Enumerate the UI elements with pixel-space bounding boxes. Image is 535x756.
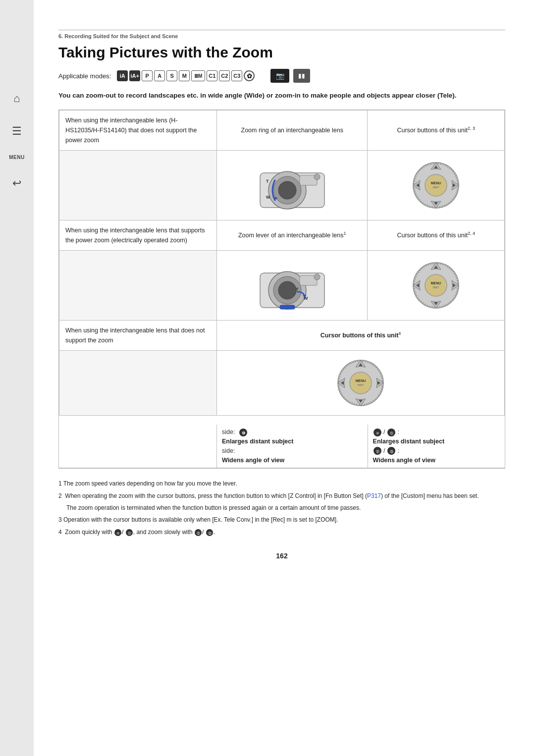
- svg-text:⑪: ⑪: [127, 532, 131, 535]
- section-label: 6. Recording Suited for the Subject and …: [58, 30, 505, 39]
- svg-text:⑪: ⑪: [389, 432, 393, 435]
- svg-rect-22: [280, 305, 295, 309]
- mode-scn: ✿: [244, 70, 255, 81]
- mode-s: S: [166, 70, 177, 81]
- svg-text:⑫: ⑫: [197, 532, 200, 535]
- modes-label: Applicable modes:: [58, 72, 111, 80]
- footnote-3: 3 Operation with the cursor buttons is a…: [58, 515, 505, 525]
- mode-c1: C1: [207, 70, 217, 81]
- cursor-dial-2: MENU /SET: [409, 258, 463, 313]
- svg-point-29: [425, 274, 447, 296]
- cursor-dial-3: MENU /SET: [333, 356, 388, 410]
- svg-text:MENU: MENU: [431, 181, 441, 185]
- home-icon[interactable]: ⌂: [7, 89, 26, 108]
- table-row-3: When using the interchangeable lens that…: [59, 321, 505, 351]
- direction-table: side: ⑩ Enlarges distant subject side: W…: [59, 425, 505, 468]
- row1-desc: When using the interchangeable lens (H-H…: [59, 110, 217, 151]
- svg-text:/SET: /SET: [433, 186, 440, 189]
- svg-text:⑩: ⑩: [376, 432, 379, 435]
- svg-text:⑩: ⑩: [241, 431, 245, 435]
- intro-text: You can zoom-out to record landscapes et…: [58, 91, 505, 101]
- footnote-2b: The zoom operation is terminated when th…: [58, 503, 505, 513]
- direction-row-1: side: ⑩ Enlarges distant subject side: W…: [59, 425, 505, 468]
- dir-left-empty: [59, 425, 216, 468]
- mode-4m: ≣M: [191, 70, 205, 81]
- svg-point-8: [314, 174, 320, 180]
- row2-cursor-header: Cursor buttons of this unit2, 4: [368, 220, 505, 251]
- menu-list-icon[interactable]: ☰: [7, 122, 26, 141]
- zoom-table: When using the interchangeable lens (H-H…: [59, 110, 505, 416]
- footnotes: 1 The zoom speed varies depending on how…: [58, 479, 505, 537]
- menu-label[interactable]: MENU: [9, 155, 24, 160]
- row2-zoom-header: Zoom lever of an interchangeable lens1: [217, 220, 368, 251]
- table-row-3-image: MENU /SET: [59, 351, 505, 416]
- svg-text:MENU: MENU: [431, 281, 441, 285]
- row3-desc: When using the interchangeable lens that…: [59, 321, 217, 351]
- footnote-2: 2 When operating the zoom with the curso…: [58, 491, 505, 501]
- row1-zoom-header: Zoom ring of an interchangeable lens: [217, 110, 368, 151]
- svg-text:/SET: /SET: [357, 383, 364, 386]
- svg-point-38: [350, 372, 372, 394]
- svg-text:W: W: [266, 195, 270, 200]
- page-title: Taking Pictures with the Zoom: [58, 44, 505, 61]
- svg-text:/SET: /SET: [433, 286, 440, 289]
- mode-m: M: [179, 70, 190, 81]
- row1-desc-empty: [59, 151, 217, 220]
- svg-text:⑬: ⑬: [208, 532, 211, 535]
- mode-p: P: [142, 70, 153, 81]
- video-icon-box: ▮▮: [293, 69, 310, 83]
- mode-a: A: [154, 70, 165, 81]
- svg-text:T: T: [296, 287, 299, 292]
- row3-cursor-header: Cursor buttons of this unit4: [217, 321, 505, 351]
- mode-ia-plus: iA+: [129, 70, 140, 81]
- row1-cursor-image: MENU /SET: [368, 151, 505, 220]
- svg-text:⑩: ⑩: [116, 532, 119, 535]
- row2-zoom-image: T W: [217, 251, 368, 321]
- dir-right-col: ⑩ / ⑪ : Enlarges distant subject: [368, 425, 505, 468]
- modes-icons: iA iA+ P A S M ≣M C1 C2 C3 ✿: [117, 70, 255, 81]
- footnote-4: 4 Zoom quickly with ⑩/ ⑪, and zoom slowl…: [58, 527, 505, 537]
- row1-cursor-header: Cursor buttons of this unit2, 3: [368, 110, 505, 151]
- row2-desc-empty: [59, 251, 217, 321]
- mode-c3: C3: [231, 70, 242, 81]
- svg-point-27: [314, 274, 320, 280]
- svg-text:⑫: ⑫: [375, 450, 379, 453]
- dir-left-col: side: ⑩ Enlarges distant subject side: W…: [216, 425, 368, 468]
- svg-text:MENU: MENU: [356, 379, 366, 382]
- sidebar: ⌂ ☰ MENU ↩: [0, 0, 34, 756]
- zoom-lever-diagram: T W: [255, 256, 329, 315]
- mode-ia: iA: [117, 70, 128, 81]
- table-row-1: When using the interchangeable lens (H-H…: [59, 110, 505, 151]
- row2-desc: When using the interchangeable lens that…: [59, 220, 217, 251]
- back-icon[interactable]: ↩: [7, 174, 26, 193]
- footnote-1: 1 The zoom speed varies depending on how…: [58, 479, 505, 488]
- mode-c2: C2: [219, 70, 230, 81]
- zoom-ring-diagram: T W: [255, 156, 329, 215]
- svg-point-10: [425, 174, 447, 196]
- right-mode-icons: 📷 ▮▮: [270, 69, 310, 83]
- modes-row: Applicable modes: iA iA+ P A S M ≣M C1 C…: [58, 69, 505, 83]
- row2-cursor-image: MENU /SET: [368, 251, 505, 321]
- cursor-dial-1: MENU /SET: [409, 158, 463, 213]
- page-number: 162: [58, 552, 505, 560]
- svg-point-3: [278, 181, 296, 199]
- table-row-1-images: T W: [59, 151, 505, 220]
- row3-cursor-image: MENU /SET: [217, 351, 505, 416]
- main-content: 6. Recording Suited for the Subject and …: [34, 0, 535, 599]
- table-row-2-images: T W: [59, 251, 505, 321]
- table-row-2: When using the interchangeable lens that…: [59, 220, 505, 251]
- svg-text:W: W: [304, 296, 308, 301]
- row1-zoom-image: T W: [217, 151, 368, 220]
- row3-desc-empty: [59, 351, 217, 416]
- camera-icon-box: 📷: [270, 69, 289, 83]
- zoom-table-wrapper: When using the interchangeable lens (H-H…: [58, 109, 505, 469]
- svg-point-21: [278, 281, 296, 299]
- svg-text:T: T: [266, 179, 269, 184]
- svg-text:⑬: ⑬: [389, 450, 393, 453]
